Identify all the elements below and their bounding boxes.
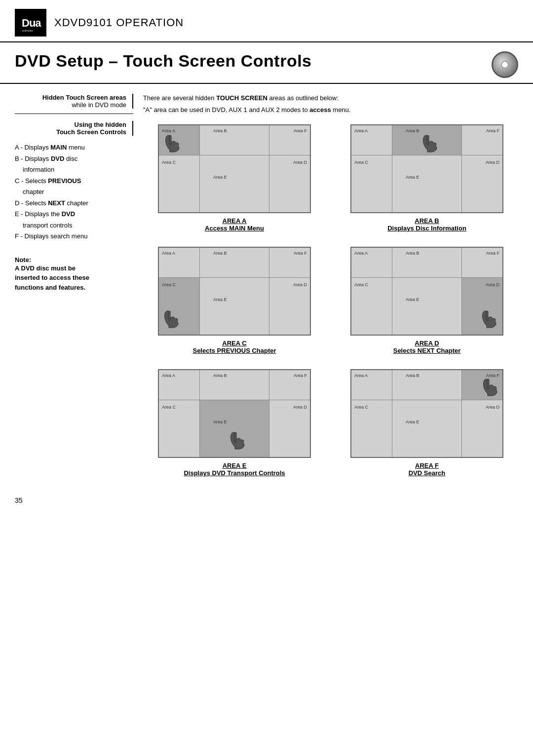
zone-label-e: Area E [406, 419, 419, 424]
note-section: Note: A DVD disc must beinserted to acce… [15, 256, 133, 293]
zone-label-f: Area F [294, 373, 307, 378]
diagrams-grid: Area A Area B Area F Area C Area E Area … [143, 124, 518, 477]
dvd-disc-icon [492, 51, 518, 78]
list-item: B - Displays DVD disc [15, 154, 133, 164]
zone-label-b: Area B [406, 251, 419, 256]
divider-v-right [461, 370, 462, 457]
hand-cursor-e [228, 428, 248, 452]
header: Dual audio·video XDVD9101 OPERATION [0, 0, 533, 42]
zone-label-a: Area A [162, 373, 175, 378]
hand-cursor-a [163, 131, 183, 155]
svg-text:audio·video: audio·video [22, 29, 34, 32]
touchscreen-box-c: Area A Area B Area F Area C Area E Area … [158, 247, 311, 336]
diagram-area-e: Area A Area B Area F Area C Area E Area … [143, 369, 326, 477]
divider-h-top [351, 400, 502, 400]
hidden-label-line2: while in DVD mode [15, 101, 126, 109]
divider-h-top [159, 277, 310, 278]
caption-desc-e: Displays DVD Transport Controls [184, 469, 285, 477]
touchscreen-box-b: Area A Area B Area F Area C Area E Area … [350, 124, 503, 213]
logo: Dual audio·video [15, 9, 46, 37]
zone-label-b: Area B [406, 373, 419, 378]
zone-label-f: Area F [294, 251, 307, 256]
list-item: chapter [15, 187, 133, 197]
zone-label-c: Area C [354, 405, 368, 410]
svg-rect-8 [487, 379, 489, 389]
divider-h-top [159, 155, 310, 155]
caption-area-label-a: AREA A [205, 217, 264, 225]
divider-h-top [351, 155, 502, 155]
using-title: Using the hidden [15, 121, 126, 128]
svg-rect-3 [169, 135, 171, 145]
caption-desc-c: Selects PREVIOUS Chapter [192, 347, 276, 354]
zone-label-c: Area C [162, 405, 176, 410]
divider-v-left [199, 370, 200, 457]
caption-d: AREA D Selects NEXT Chapter [393, 340, 461, 354]
diagram-area-a: Area A Area B Area F Area C Area E Area … [143, 124, 326, 232]
touchscreen-box-f: Area A Area B Area F Area C Area E Area … [350, 369, 503, 458]
touchscreen-box-e: Area A Area B Area F Area C Area E Area … [158, 369, 311, 458]
svg-rect-4 [427, 135, 429, 145]
intro-line1: There are several hidden TOUCH SCREEN ar… [143, 94, 518, 103]
diagram-area-b: Area A Area B Area F Area C Area E Area … [336, 124, 518, 232]
zone-label-e: Area E [406, 175, 419, 180]
divider-v-left [392, 370, 392, 457]
using-subtitle: Touch Screen Controls [15, 128, 126, 136]
zone-label-a: Area A [354, 251, 368, 256]
zone-label-b: Area B [406, 128, 419, 133]
svg-rect-7 [234, 432, 236, 442]
divider-v-right [461, 248, 462, 335]
hand-cursor-b [420, 131, 440, 155]
divider-h-top [159, 400, 310, 400]
caption-f: AREA F DVD Search [409, 462, 445, 477]
header-title: XDVD9101 OPERATION [54, 16, 184, 29]
divider-v-right [269, 248, 269, 335]
zone-label-b: Area B [213, 373, 227, 378]
zone-label-d: Area D [293, 160, 307, 165]
hidden-label-line1: Hidden Touch Screen areas [15, 94, 126, 101]
zone-label-d: Area D [486, 160, 499, 165]
list-item: A - Displays MAIN menu [15, 143, 133, 152]
zone-label-c: Area C [354, 282, 368, 287]
zone-label-b: Area B [213, 128, 227, 133]
caption-area-label-f: AREA F [409, 462, 445, 469]
zone-label-c: Area C [354, 160, 368, 165]
zone-label-b: Area B [213, 251, 227, 256]
caption-desc-d: Selects NEXT Chapter [393, 347, 461, 354]
zone-label-c: Area C [162, 160, 176, 165]
page-number-section: 35 [0, 487, 533, 514]
sidebar-header: Hidden Touch Screen areas while in DVD m… [15, 94, 133, 114]
caption-area-label-c: AREA C [192, 340, 276, 347]
divider-v-left [199, 125, 200, 212]
list-item: information [15, 165, 133, 175]
caption-desc-b: Displays Disc Information [387, 225, 466, 232]
divider-v-left [392, 248, 392, 335]
caption-e: AREA E Displays DVD Transport Controls [184, 462, 285, 477]
zone-label-a: Area A [354, 128, 368, 133]
hand-cursor-c [162, 307, 182, 331]
touchscreen-box-d: Area A Area B Area F Area C Area E Area … [350, 247, 503, 336]
area-list: A - Displays MAIN menu B - Displays DVD … [15, 143, 133, 241]
product-name: XDVD9101 [54, 16, 113, 29]
list-item: transport controls [15, 221, 133, 230]
touchscreen-box-a: Area A Area B Area F Area C Area E Area … [158, 124, 311, 213]
divider-v-left [199, 248, 200, 335]
page-title-section: DVD Setup – Touch Screen Controls [0, 42, 533, 84]
caption-desc-a: Access MAIN Menu [205, 225, 264, 232]
zone-label-c: Area C [162, 282, 176, 287]
zone-label-d: Area D [293, 405, 307, 410]
list-item: C - Selects PREVIOUS [15, 176, 133, 186]
list-item: D - Selects NEXT chapter [15, 198, 133, 208]
zone-label-d: Area D [486, 405, 499, 410]
list-item: E - Displays the DVD [15, 209, 133, 219]
zone-label-e: Area E [406, 297, 419, 302]
list-item: F - Displays search menu [15, 231, 133, 241]
zone-label-f: Area F [486, 128, 499, 133]
note-title: Note: [15, 256, 133, 264]
page-number: 35 [15, 496, 23, 504]
zone-label-e: Area E [213, 297, 227, 302]
caption-area-label-d: AREA D [393, 340, 461, 347]
caption-c: AREA C Selects PREVIOUS Chapter [192, 340, 276, 354]
zone-label-d: Area D [486, 282, 499, 287]
diagram-area-f: Area A Area B Area F Area C Area E Area … [336, 369, 518, 477]
divider-v-right [269, 125, 269, 212]
